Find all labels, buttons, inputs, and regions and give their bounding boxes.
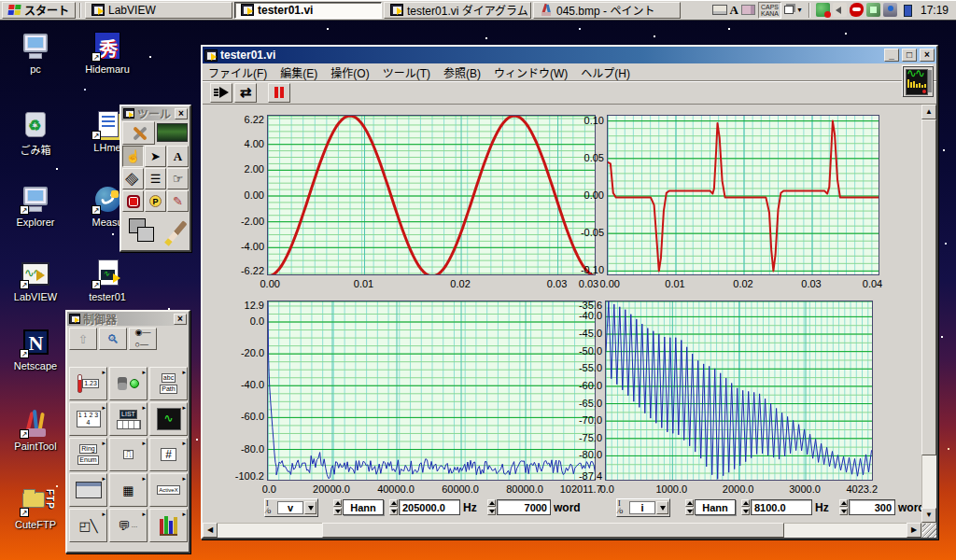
color-brush-tool[interactable] (166, 213, 189, 250)
boolean-controls-cell[interactable]: ▸ (109, 367, 148, 400)
numeric-controls-cell[interactable]: 1.23▸ (69, 367, 107, 400)
desktop-icon-recycle-bin[interactable]: ♻ ごみ箱 (2, 110, 69, 157)
desktop-icon-netscape[interactable]: N↗ Netscape (2, 329, 69, 371)
scroll-down-button[interactable]: ▼ (921, 508, 936, 523)
menu-tools[interactable]: ツール(T) (383, 64, 430, 80)
wire-tool[interactable]: ▤ (122, 168, 144, 189)
activex-cell[interactable]: ActiveX▸ (149, 473, 188, 507)
dropdown-button[interactable] (304, 501, 316, 514)
window-type-value[interactable]: Hann (343, 499, 384, 515)
palette-search-button[interactable]: 🔍︎ (99, 328, 127, 350)
channel-selector-right[interactable]: I⁄o i (616, 498, 670, 517)
scroll-right-button[interactable]: ▶ (907, 523, 921, 538)
increment-decrement[interactable] (487, 499, 496, 515)
dropdown-button[interactable] (656, 501, 668, 514)
horizontal-scroll-thumb[interactable] (322, 523, 784, 538)
close-icon[interactable]: × (175, 108, 188, 119)
start-button[interactable]: スタート (2, 2, 76, 19)
vertical-scroll-thumb[interactable] (921, 119, 936, 455)
channel-value[interactable]: v (277, 501, 303, 514)
taskbar-item-diagram[interactable]: tester01.vi ダイアグラム (384, 2, 531, 19)
menu-window[interactable]: ウィンドウ(W) (494, 64, 568, 80)
tools-palette-titlebar[interactable]: ツール × (121, 106, 190, 120)
network-tray-icon[interactable] (883, 3, 897, 17)
words-control-left[interactable]: 7000 word (487, 499, 581, 515)
auto-tool-button[interactable] (122, 121, 155, 145)
increment-decrement[interactable] (685, 499, 694, 515)
ime-pad-icon[interactable] (741, 5, 755, 15)
ring-enum-cell[interactable]: RingEnum▸ (69, 438, 107, 471)
probe-tool[interactable]: P (145, 190, 166, 212)
dialog-controls-cell[interactable]: ▸ (69, 473, 107, 507)
breakpoint-tool[interactable] (122, 190, 144, 212)
classic-controls-cell[interactable]: ▦▸ (109, 473, 148, 507)
frequency-control-right[interactable]: 8100.0 Hz (741, 499, 829, 515)
scroll-up-button[interactable]: ▲ (921, 105, 936, 119)
keyboard-icon[interactable] (712, 5, 727, 15)
taskbar-item-paint[interactable]: 045.bmp - ペイント (533, 2, 681, 19)
words-control-right[interactable]: 300 word (839, 499, 925, 515)
network-users-tray-icon[interactable] (816, 3, 830, 17)
palette-up-button[interactable]: ⇧ (69, 328, 97, 350)
io-cell[interactable]: ⎍▸ (109, 438, 148, 471)
palette-options-button[interactable]: ◉—○— (129, 328, 157, 350)
scroll-tool[interactable]: ☞ (167, 168, 189, 189)
desktop-icon-painttool[interactable]: ↗ PaintTool (2, 409, 69, 452)
close-icon[interactable]: × (174, 314, 187, 325)
ime-input-mode[interactable]: A (730, 3, 738, 18)
battery-tray-icon[interactable] (900, 3, 914, 17)
ime-toolbar-icon[interactable] (784, 6, 794, 14)
shortcut-menu-tool[interactable]: ☰ (145, 168, 166, 189)
ati-tray-icon[interactable] (850, 3, 864, 17)
increment-decrement[interactable] (389, 499, 398, 515)
desktop-icon-cuteftp[interactable]: FTP↗ CuteFTP (2, 487, 69, 530)
list-table-cell[interactable]: LIST▸ (109, 402, 148, 436)
frequency-value[interactable]: 205000.0 (399, 499, 460, 515)
position-tool[interactable]: ➤ (145, 146, 166, 167)
desktop-icon-labview[interactable]: ∿∿↗ LabVIEW (2, 259, 69, 302)
menu-file[interactable]: ファイル(F) (208, 64, 267, 80)
channel-value[interactable]: i (629, 501, 655, 514)
string-path-controls-cell[interactable]: abcPath▸ (149, 367, 188, 400)
desktop-icon-tester01[interactable]: ↗ tester01 (74, 259, 141, 302)
taskbar-item-tester01[interactable]: tester01.vi (234, 2, 382, 19)
refnum-cell[interactable]: #▸ (149, 438, 188, 471)
menu-edit[interactable]: 編集(E) (280, 64, 317, 80)
select-control-cell[interactable]: 💬︎…▸ (109, 509, 148, 542)
increment-decrement[interactable] (333, 499, 342, 515)
array-cluster-cell[interactable]: 1 1 2 3 4▸ (69, 402, 107, 436)
controls-palette-titlebar[interactable]: 制御器 × (67, 312, 189, 326)
frequency-value[interactable]: 8100.0 (751, 499, 812, 515)
window-ring-left[interactable]: Hann (333, 499, 384, 515)
resize-grip[interactable] (922, 524, 936, 538)
graph-cell[interactable]: ∿▸ (149, 402, 188, 436)
frequency-control-left[interactable]: 205000.0 Hz (389, 499, 477, 515)
user-controls-cell[interactable]: ▸ (149, 509, 188, 542)
words-value[interactable]: 300 (849, 499, 895, 515)
minimize-button[interactable]: _ (884, 49, 899, 62)
operate-value-tool[interactable]: ☝ (122, 146, 144, 167)
volume-tray-icon[interactable] (833, 3, 847, 17)
caps-kana-indicator[interactable]: CAPSKANA (758, 2, 781, 19)
menu-help[interactable]: ヘルプ(H) (581, 64, 630, 80)
run-button[interactable] (210, 83, 232, 103)
continuous-run-button[interactable]: ⇄ (234, 83, 257, 103)
set-color-tool[interactable] (122, 213, 163, 250)
pccard-tray-icon[interactable] (866, 3, 880, 17)
edit-text-tool[interactable]: A (167, 146, 189, 167)
desktop-icon-pc[interactable]: pc (2, 32, 69, 75)
get-color-tool[interactable]: ✎ (167, 190, 189, 212)
words-value[interactable]: 7000 (497, 499, 551, 515)
pause-button[interactable] (268, 83, 290, 103)
clock[interactable]: 17:19 (917, 4, 952, 17)
channel-selector-left[interactable]: I⁄o v (264, 498, 318, 517)
chevron-down-icon[interactable]: ▼ (796, 7, 803, 13)
title-bar[interactable]: tester01.vi _ □ × (203, 47, 936, 63)
close-button[interactable]: × (920, 49, 935, 62)
menu-operate[interactable]: 操作(O) (330, 64, 369, 80)
increment-decrement[interactable] (741, 499, 750, 515)
window-ring-right[interactable]: Hann (685, 499, 736, 515)
taskbar-item-labview[interactable]: LabVIEW (85, 2, 232, 19)
menu-browse[interactable]: 参照(B) (443, 64, 481, 80)
decorations-cell[interactable]: ◰╲▸ (69, 509, 107, 542)
